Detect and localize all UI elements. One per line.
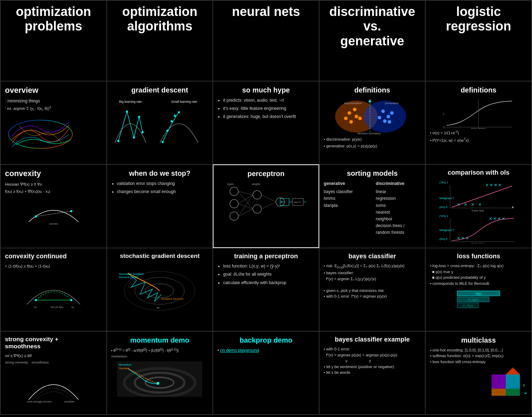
svg-text:Stochastic Gradient: Stochastic Gradient [119,272,144,276]
bayes-example-title: bayes classifier example [324,336,421,344]
bayes-classifier-content: • risk: E(x,y)[L(f(x),y)] = Σₓ p(x) Σᵧ L… [324,263,421,299]
sorting-models-title: sorting models [324,169,421,177]
cell-loss-functions: loss functions • log-loss = cross-entrop… [425,248,532,331]
convexity-content: Hessian ∇²f(x) ≥ 0 ∀x f(x₂) ≥ f(x₁) + ∇f… [5,181,102,227]
svg-point-20 [344,117,348,120]
sigmoid-chart: From destiny 1 0 [430,97,527,129]
def-disc-gen-content: • discriminative: p(y|x) • generative: p… [324,136,421,150]
svg-marker-118 [506,367,520,374]
main-grid: optimizationproblems optimizationalgorit… [0,0,532,415]
svg-text:×: × [471,202,474,207]
svg-text:weights: weights [251,183,260,186]
strong-convexity-content: mI ≤ ∇²f(x) ≤ MI strong convexity smooth… [5,353,102,405]
svg-marker-28 [368,99,371,102]
svg-point-39 [70,210,72,212]
svg-text:smoother: smoother [64,400,75,403]
cell-bayes-classifier: bayes classifier • risk: E(x,y)[L(f(x),y… [319,248,426,331]
svg-line-56 [261,202,276,209]
svg-text:H(p): H(p) [475,292,482,295]
perceptron-diagram: Σ step fn inputs weights [218,181,314,227]
overview-title: overview [5,86,102,95]
convexity-cont-content: + (1-t)f(x₂) ≥ f(tx₁ + (1-t)x₂) x₁ tx₁+(… [5,263,102,314]
sorting-models-content: generative bayes classifier hmms lda/qda… [324,180,421,236]
momentum-diagram: Momentum Standard [111,361,209,397]
hype-content: it predicts: vision, audio, text, ~rl it… [217,97,315,120]
svg-point-18 [349,120,353,124]
ols-charts: (Yes) 1 Malignant ? (No) 0 × × × × × × ×… [430,180,527,243]
cell-r1c4: discriminative vs.generative [319,0,426,81]
svg-line-49 [238,191,253,195]
title-log-reg: logistic regression [430,4,527,34]
svg-text:more strongly convex: more strongly convex [27,400,51,403]
title-opt-problems: optimizationproblems [5,4,102,34]
svg-line-55 [261,195,276,202]
gradient-descent-title: gradient descent [111,86,209,94]
cell-bayes-example: bayes classifier example • with 0-1 erro… [319,331,426,415]
convexity-cont-title: convexity continued [5,253,102,260]
svg-text:(No) 0: (No) 0 [439,205,448,209]
cell-overview: overview : minimizing things : ex. argmi… [0,81,107,164]
cell-r1c2: optimizationalgorithms [107,0,213,81]
svg-text:(Yes) 1: (Yes) 1 [439,181,449,184]
cell-backprop-demo: backprop demo • nn demo playground [213,331,319,415]
backprop-demo-title: backprop demo [217,336,315,344]
backprop-demo-content: • nn demo playground [217,347,315,354]
cell-strong-convexity: strong convexity +smoothness mI ≤ ∇²f(x)… [0,331,107,415]
bayes-classifier-title: bayes classifier [324,253,421,260]
svg-point-44 [253,191,261,199]
title-opt-algorithms: optimizationalgorithms [111,4,209,34]
svg-text:x₁: x₁ [34,305,37,309]
svg-text:x₂: x₂ [71,305,74,309]
svg-text:x: x [51,400,52,403]
svg-point-42 [230,199,238,208]
cell-definitions-logistic: definitions From destiny 1 0 • σ(z) = 1/… [425,81,532,164]
svg-text:step fn: step fn [294,201,301,204]
loss-functions-content: • log-loss = cross-entropy: -Σₓ p(x) log… [430,263,527,312]
cell-multiclass: multiclass • one-hot encoding: [1,0,0], … [425,331,532,415]
cell-r1c5: logistic regression [425,0,532,81]
svg-rect-117 [506,389,520,396]
cell-r1c1: optimizationproblems [0,0,107,81]
svg-point-10 [171,120,173,122]
svg-text:Small learning rate: Small learning rate [171,100,197,103]
svg-point-23 [383,119,387,123]
svg-point-21 [381,109,385,113]
cell-gradient-descent: gradient descent Big learning rate Small… [107,81,213,164]
svg-text:Tumor Size: Tumor Size [471,209,484,212]
loss-functions-title: loss functions [430,253,527,260]
sgd-title: stochastic gradient descent [111,253,209,260]
strong-convexity-title: strong convexity +smoothness [5,336,102,350]
svg-text:inputs: inputs [227,183,234,186]
comparison-ols-title: comparison with ols [430,169,527,177]
cell-comparison-ols: comparison with ols (Yes) 1 Malignant ? … [425,164,532,248]
svg-point-8 [161,141,164,143]
svg-point-17 [358,117,362,120]
svg-text:0: 0 [443,126,444,128]
momentum-demo-title: momentum demo [111,336,209,344]
svg-point-12 [178,111,180,113]
def-disc-gen-title: definitions [324,86,421,94]
svg-text:From destiny: From destiny [471,128,486,129]
svg-text:W: W [157,306,160,309]
svg-point-3 [117,140,119,142]
svg-text:Discriminative: Discriminative [344,102,362,105]
svg-point-38 [35,215,37,218]
def-logistic-title: definitions [430,86,527,94]
hype-title: so much hype [217,86,315,94]
svg-text:convex: convex [49,222,58,225]
when-stop-title: when do we stop? [111,169,209,177]
svg-rect-114 [492,374,506,389]
cell-perceptron: perceptron [213,164,319,248]
nn-playground-link[interactable]: nn demo playground [220,348,259,353]
sgd-diagram: Stochastic Gradient Descent (SGD) Gradie… [111,263,209,312]
cell-definitions-disc-gen: definitions [319,81,426,164]
multiclass-title: multiclass [430,336,527,344]
cell-when-stop: when do we stop? validation error stops … [107,164,213,248]
svg-point-6 [138,116,140,118]
svg-point-9 [166,130,168,132]
disc-gen-diagram: decision boundary Discriminative Generat… [324,97,421,136]
when-stop-content: validation error stops changing changes … [111,180,209,195]
momentum-demo-content: • θ(t+1) = θ(t) - αₜ∇f(θ(t)) + βₜ(f(θ(t)… [111,347,209,359]
svg-text:Σ: Σ [281,201,283,203]
training-perceptron-title: training a perceptron [217,253,315,260]
